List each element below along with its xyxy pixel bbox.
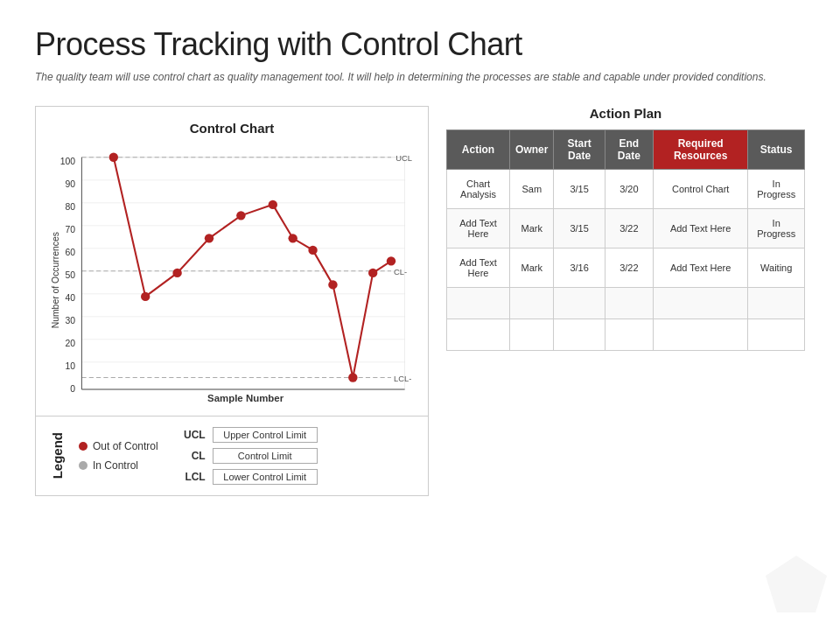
cell-start: 3/16 <box>554 248 605 287</box>
col-action: Action <box>447 130 510 169</box>
svg-text:0: 0 <box>70 384 75 394</box>
cell-status <box>748 287 805 318</box>
action-plan-title: Action Plan <box>446 106 805 121</box>
lcl-desc: Lower Control Limit <box>213 469 318 485</box>
cl-desc: Control Limit <box>213 448 318 464</box>
legend-codes: UCL Upper Control Limit CL Control Limit… <box>179 427 318 485</box>
cell-resources <box>653 318 748 350</box>
right-panel: Action Plan Action Owner Start Date End … <box>446 106 805 351</box>
chart-area: 100 90 80 70 60 50 40 30 20 10 0 Number … <box>50 144 414 407</box>
cell-status: In Progress <box>748 169 805 208</box>
cell-resources: Add Text Here <box>653 208 748 248</box>
cell-action: Chart Analysis <box>447 169 510 208</box>
svg-point-41 <box>368 268 377 276</box>
page-title: Process Tracking with Control Chart <box>35 26 805 63</box>
svg-point-42 <box>387 256 396 265</box>
svg-point-34 <box>205 234 214 242</box>
legend-lcl-row: LCL Lower Control Limit <box>179 469 318 485</box>
out-of-control-label: Out of Control <box>93 440 158 452</box>
table-body: Chart AnalysisSam3/153/20Control ChartIn… <box>447 169 805 350</box>
cell-owner: Mark <box>510 208 554 248</box>
cell-end: 3/20 <box>605 169 653 208</box>
ucl-code: UCL <box>179 429 206 441</box>
cell-owner <box>510 287 554 318</box>
out-of-control-dot <box>79 442 88 451</box>
svg-text:70: 70 <box>66 225 76 234</box>
legend-section: Legend Out of Control In Control UCL Upp… <box>35 416 429 496</box>
cell-start <box>554 318 605 350</box>
cell-action <box>447 318 510 350</box>
cell-owner: Mark <box>510 248 554 287</box>
legend-title: Legend <box>50 432 65 479</box>
svg-rect-13 <box>81 158 404 389</box>
table-row: Chart AnalysisSam3/153/20Control ChartIn… <box>447 169 805 208</box>
action-table: Action Owner Start Date End Date Require… <box>446 130 805 351</box>
cell-action: Add Text Here <box>447 248 510 287</box>
cell-end <box>605 287 653 318</box>
col-end-date: End Date <box>605 130 653 169</box>
table-row <box>447 318 805 350</box>
ucl-desc: Upper Control Limit <box>213 427 318 443</box>
cell-end: 3/22 <box>605 208 653 248</box>
cell-start: 3/15 <box>554 208 605 248</box>
cell-resources: Add Text Here <box>653 248 748 287</box>
svg-text:UCL: UCL <box>396 154 412 163</box>
in-control-dot <box>79 461 88 470</box>
cell-resources <box>653 287 748 318</box>
svg-text:50: 50 <box>66 270 76 280</box>
cell-status: In Progress <box>748 208 805 248</box>
table-header-row: Action Owner Start Date End Date Require… <box>447 130 805 169</box>
svg-text:CL-: CL- <box>394 268 407 276</box>
chart-section: Control Chart 100 90 80 70 60 50 40 30 2… <box>35 106 429 416</box>
left-panel: Control Chart 100 90 80 70 60 50 40 30 2… <box>35 106 429 496</box>
legend-ucl-row: UCL Upper Control Limit <box>179 427 318 443</box>
svg-point-36 <box>269 200 277 208</box>
cell-owner: Sam <box>510 169 554 208</box>
svg-point-38 <box>308 245 317 254</box>
cell-status: Waiting <box>748 248 805 287</box>
svg-marker-45 <box>766 556 827 612</box>
col-start-date: Start Date <box>554 130 605 169</box>
cell-start: 3/15 <box>554 169 605 208</box>
svg-text:20: 20 <box>66 339 76 348</box>
cell-resources: Control Chart <box>653 169 748 208</box>
svg-point-31 <box>109 152 118 161</box>
legend-cl-row: CL Control Limit <box>179 448 318 464</box>
svg-text:60: 60 <box>66 248 76 257</box>
svg-point-40 <box>348 373 357 382</box>
svg-text:90: 90 <box>66 179 76 189</box>
legend-item-out-of-control: Out of Control <box>79 440 158 452</box>
cell-end: 3/22 <box>605 248 653 287</box>
svg-text:Number of Occurrences: Number of Occurrences <box>51 232 60 328</box>
chart-svg: 100 90 80 70 60 50 40 30 20 10 0 Number … <box>50 144 414 407</box>
cell-start <box>554 287 605 318</box>
svg-point-35 <box>236 211 245 220</box>
svg-text:10: 10 <box>66 361 76 371</box>
svg-point-33 <box>172 268 181 276</box>
chart-title: Control Chart <box>50 121 414 136</box>
table-row <box>447 287 805 318</box>
in-control-label: In Control <box>93 459 138 472</box>
svg-text:40: 40 <box>66 293 76 303</box>
cell-owner <box>510 318 554 350</box>
cl-code: CL <box>179 450 206 462</box>
col-status: Status <box>748 130 805 169</box>
cell-action: Add Text Here <box>447 208 510 248</box>
col-owner: Owner <box>510 130 554 169</box>
svg-text:80: 80 <box>66 202 76 212</box>
svg-point-32 <box>141 292 150 301</box>
main-content: Control Chart 100 90 80 70 60 50 40 30 2… <box>35 106 805 496</box>
svg-text:LCL-: LCL- <box>394 374 411 382</box>
legend-item-in-control: In Control <box>79 459 158 472</box>
cell-end <box>605 318 653 350</box>
table-row: Add Text HereMark3/153/22Add Text HereIn… <box>447 208 805 248</box>
watermark-shape <box>761 551 831 621</box>
table-row: Add Text HereMark3/163/22Add Text HereWa… <box>447 248 805 287</box>
col-resources: Required Resources <box>653 130 748 169</box>
page-subtitle: The quality team will use control chart … <box>35 70 805 85</box>
cell-status <box>748 318 805 350</box>
svg-text:100: 100 <box>60 157 76 166</box>
svg-point-39 <box>328 280 337 289</box>
lcl-code: LCL <box>179 471 206 483</box>
svg-text:30: 30 <box>66 316 76 326</box>
